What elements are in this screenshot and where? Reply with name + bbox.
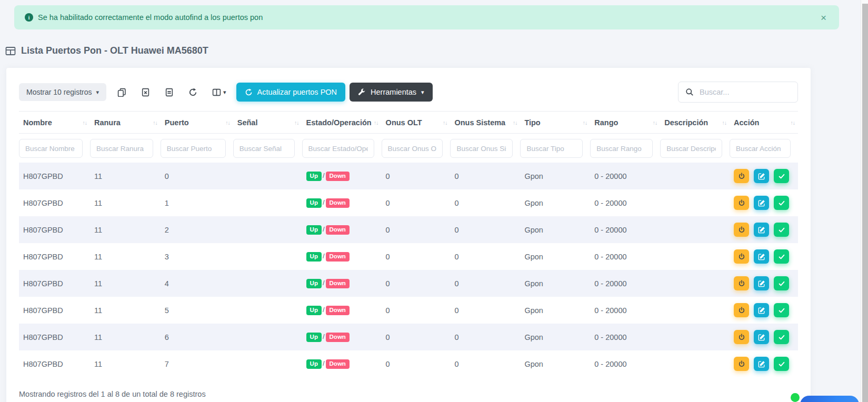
file-export-button[interactable] [159, 85, 179, 100]
cell-nombre: H807GPBD [19, 270, 90, 297]
confirm-button[interactable] [774, 249, 789, 264]
edit-button[interactable] [754, 196, 769, 210]
copy-button[interactable] [112, 85, 132, 100]
column-header-puerto[interactable]: Puerto↑↓ [161, 112, 233, 134]
confirm-button[interactable] [774, 276, 789, 290]
close-icon[interactable]: × [819, 12, 829, 24]
edit-button[interactable] [754, 249, 769, 264]
confirm-button[interactable] [774, 357, 789, 371]
filter-input-senal[interactable] [233, 139, 295, 158]
power-button[interactable] [734, 303, 749, 317]
filter-input-descripcion[interactable] [660, 139, 722, 158]
filter-input-estado[interactable] [302, 139, 374, 158]
cell-rango: 0 - 20000 [590, 189, 660, 216]
sort-icon[interactable]: ↑↓ [583, 119, 587, 126]
filter-input-ranura[interactable] [90, 139, 153, 158]
power-button[interactable] [734, 169, 749, 183]
sort-icon[interactable]: ↑↓ [513, 119, 517, 126]
cell-estado: Up/Down [302, 243, 382, 270]
column-header-estado[interactable]: Estado/Operación↑↓ [302, 112, 382, 134]
edit-button[interactable] [754, 303, 769, 317]
column-header-tipo[interactable]: Tipo↑↓ [520, 112, 590, 134]
badge-separator: / [323, 225, 325, 233]
filter-input-accion[interactable] [730, 139, 791, 158]
cell-tipo: Gpon [520, 324, 590, 350]
status-down-badge: Down [326, 359, 350, 369]
cell-onus-olt: 0 [382, 270, 451, 297]
filter-input-onus-sistema[interactable] [450, 139, 513, 158]
reload-button[interactable] [183, 85, 203, 100]
column-visibility-button[interactable]: ▾ [206, 85, 232, 100]
cell-descripcion [660, 189, 730, 216]
edit-button[interactable] [754, 223, 769, 237]
edit-icon [758, 334, 765, 341]
power-button[interactable] [734, 330, 749, 344]
column-header-nombre[interactable]: Nombre↑↓ [19, 112, 90, 134]
power-button[interactable] [734, 223, 749, 237]
cell-puerto: 2 [161, 216, 233, 243]
cell-senal [233, 189, 302, 216]
edit-button[interactable] [754, 169, 769, 183]
update-ports-button[interactable]: Actualizar puertos PON [236, 83, 346, 102]
edit-icon [758, 173, 765, 180]
edit-button[interactable] [754, 357, 769, 371]
sort-icon[interactable]: ↑↓ [722, 119, 727, 126]
filter-input-onus-olt[interactable] [382, 139, 443, 158]
filter-input-rango[interactable] [590, 139, 653, 158]
column-header-descripcion[interactable]: Descripción↑↓ [660, 112, 730, 134]
confirm-button[interactable] [774, 223, 789, 237]
power-button[interactable] [734, 276, 749, 290]
edit-button[interactable] [754, 330, 769, 344]
sort-icon[interactable]: ↑↓ [374, 119, 378, 126]
cell-onus-olt: 0 [382, 163, 451, 189]
online-status-dot [791, 393, 800, 402]
confirm-button[interactable] [774, 330, 789, 344]
column-header-senal[interactable]: Señal↑↓ [233, 112, 302, 134]
excel-export-button[interactable] [135, 85, 156, 100]
sort-icon[interactable]: ↑↓ [653, 119, 657, 126]
confirm-button[interactable] [774, 196, 789, 210]
cell-nombre: H807GPBD [19, 350, 90, 377]
chat-widget-button[interactable] [800, 396, 859, 402]
table-footer: Mostrando registros del 1 al 8 de un tot… [19, 390, 798, 402]
cell-nombre: H807GPBD [19, 324, 90, 350]
cell-onus-olt: 0 [382, 324, 451, 350]
column-header-onus-sistema[interactable]: Onus Sistema↑↓ [450, 112, 520, 134]
status-down-badge: Down [326, 333, 350, 343]
cell-accion [730, 163, 798, 189]
search-input[interactable] [699, 87, 791, 97]
sort-icon[interactable]: ↑↓ [791, 119, 795, 126]
show-entries-select[interactable]: Mostrar 10 registros ▾ [19, 83, 106, 101]
confirm-button[interactable] [774, 169, 789, 183]
sort-icon[interactable]: ↑↓ [225, 119, 230, 126]
header-row: Nombre↑↓ Ranura↑↓ Puerto↑↓ Señal↑↓ Estad… [19, 112, 798, 134]
power-button[interactable] [734, 196, 749, 210]
power-button[interactable] [734, 357, 749, 371]
cell-puerto: 1 [161, 189, 233, 216]
status-up-badge: Up [306, 252, 322, 262]
file-lines-icon [165, 88, 174, 97]
filter-input-tipo[interactable] [520, 139, 583, 158]
tools-label: Herramientas [371, 88, 416, 96]
column-header-accion[interactable]: Acción↑↓ [730, 112, 798, 134]
records-summary: Mostrando registros del 1 al 8 de un tot… [19, 390, 798, 398]
confirm-button[interactable] [774, 303, 789, 317]
cell-nombre: H807GPBD [19, 163, 90, 189]
filter-input-nombre[interactable] [19, 139, 83, 158]
edit-button[interactable] [754, 276, 769, 290]
sort-icon[interactable]: ↑↓ [82, 119, 87, 126]
cell-rango: 0 - 20000 [590, 297, 660, 324]
column-header-ranura[interactable]: Ranura↑↓ [90, 112, 161, 134]
column-header-rango[interactable]: Rango↑↓ [590, 112, 660, 134]
sort-icon[interactable]: ↑↓ [294, 119, 299, 126]
power-button[interactable] [734, 249, 749, 264]
sort-icon[interactable]: ↑↓ [153, 119, 157, 126]
column-header-onus-olt[interactable]: Onus OLT↑↓ [382, 112, 451, 134]
export-buttons-group: ▾ [112, 85, 232, 100]
scrollbar-thumb[interactable] [862, 4, 868, 402]
excel-icon [141, 88, 150, 97]
power-icon [738, 280, 745, 287]
sort-icon[interactable]: ↑↓ [443, 119, 447, 126]
filter-input-puerto[interactable] [161, 139, 226, 158]
tools-button[interactable]: Herramientas ▾ [350, 83, 433, 102]
